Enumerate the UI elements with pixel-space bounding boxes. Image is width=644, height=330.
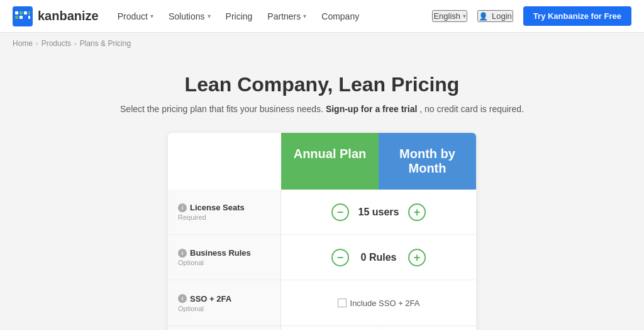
- breadcrumb-products[interactable]: Products: [42, 39, 71, 48]
- pricing-table: Annual Plan Month by Month i License Sea…: [168, 133, 476, 330]
- svg-rect-4: [19, 16, 23, 19]
- login-button[interactable]: 👤 Login: [477, 10, 513, 22]
- svg-rect-8: [28, 16, 30, 19]
- info-icon: i: [178, 203, 187, 212]
- license-seats-increase-button[interactable]: +: [408, 203, 426, 221]
- license-seats-row: − 15 users +: [281, 190, 476, 235]
- nav-product[interactable]: Product ▾: [118, 11, 153, 21]
- breadcrumb-home[interactable]: Home: [13, 39, 33, 48]
- svg-rect-7: [28, 11, 30, 14]
- svg-rect-1: [15, 11, 18, 14]
- annual-plan-header[interactable]: Annual Plan: [281, 133, 379, 190]
- monthly-plan-header[interactable]: Month by Month: [379, 133, 476, 190]
- svg-rect-3: [19, 11, 23, 14]
- main-content: Lean Company, Lean Pricing Select the pr…: [0, 54, 644, 330]
- site-header: kanbanize Product ▾ Solutions ▾ Pricing …: [0, 0, 644, 33]
- monthly-total: $ 179 / month (BILLED MONTHLY): [379, 326, 476, 330]
- try-free-button[interactable]: Try Kanbanize for Free: [523, 6, 631, 26]
- pricing-body: i License Seats Required i Business Rule…: [168, 190, 476, 326]
- nav-company[interactable]: Company: [321, 11, 359, 21]
- nav-pricing[interactable]: Pricing: [226, 11, 253, 21]
- total-row: TOTAL $ 149 / month (BILLED ANNUALLY) $: [168, 326, 476, 330]
- breadcrumb-separator: ›: [36, 40, 38, 47]
- header-spacer: [168, 133, 281, 190]
- sso-checkbox[interactable]: [338, 299, 347, 307]
- labels-column: i License Seats Required i Business Rule…: [168, 190, 281, 326]
- chevron-down-icon: ▾: [463, 13, 466, 20]
- license-seats-value: 15 users: [357, 207, 401, 218]
- logo[interactable]: kanbanize: [13, 6, 99, 26]
- license-seats-decrease-button[interactable]: −: [331, 203, 349, 221]
- business-rules-row: − 0 Rules +: [281, 235, 476, 280]
- breadcrumb-separator: ›: [74, 40, 77, 47]
- chevron-down-icon: ▾: [208, 13, 211, 20]
- header-right: English ▾ 👤 Login Try Kanbanize for Free: [432, 6, 631, 26]
- svg-rect-6: [24, 16, 27, 19]
- total-label-cell: TOTAL: [168, 326, 281, 330]
- annual-total: $ 149 / month (BILLED ANNUALLY): [281, 326, 379, 330]
- info-icon: i: [178, 249, 187, 258]
- page-title: Lean Company, Lean Pricing: [185, 73, 460, 96]
- logo-icon: [13, 6, 33, 26]
- language-selector[interactable]: English ▾: [432, 10, 467, 22]
- nav-solutions[interactable]: Solutions ▾: [169, 11, 211, 21]
- sso-checkbox-wrapper[interactable]: Include SSO + 2FA: [338, 299, 420, 308]
- business-rules-decrease-button[interactable]: −: [331, 249, 349, 266]
- business-rules-value: 0 Rules: [357, 252, 401, 263]
- label-license-seats: i License Seats Required: [168, 190, 280, 235]
- label-business-rules: i Business Rules Optional: [168, 235, 280, 280]
- sso-row: Include SSO + 2FA: [281, 280, 476, 326]
- chevron-down-icon: ▾: [150, 13, 153, 20]
- logo-text: kanbanize: [38, 9, 99, 23]
- total-prices: $ 149 / month (BILLED ANNUALLY) $ 179 / …: [281, 326, 476, 330]
- svg-rect-5: [24, 11, 27, 14]
- main-nav: Product ▾ Solutions ▾ Pricing Partners ▾…: [118, 11, 414, 21]
- chevron-down-icon: ▾: [303, 13, 306, 20]
- sso-label: Include SSO + 2FA: [350, 299, 420, 308]
- info-icon: i: [178, 294, 187, 303]
- breadcrumb: Home › Products › Plans & Pricing: [0, 33, 644, 54]
- breadcrumb-current: Plans & Pricing: [80, 39, 131, 48]
- pricing-columns: − 15 users + − 0 Rules +: [281, 190, 476, 326]
- nav-partners[interactable]: Partners ▾: [267, 11, 306, 21]
- business-rules-increase-button[interactable]: +: [408, 249, 426, 266]
- label-sso-2fa: i SSO + 2FA Optional: [168, 280, 280, 326]
- plan-headers: Annual Plan Month by Month: [168, 133, 476, 190]
- svg-rect-2: [15, 16, 18, 19]
- subtitle: Select the pricing plan that fits your b…: [120, 104, 524, 114]
